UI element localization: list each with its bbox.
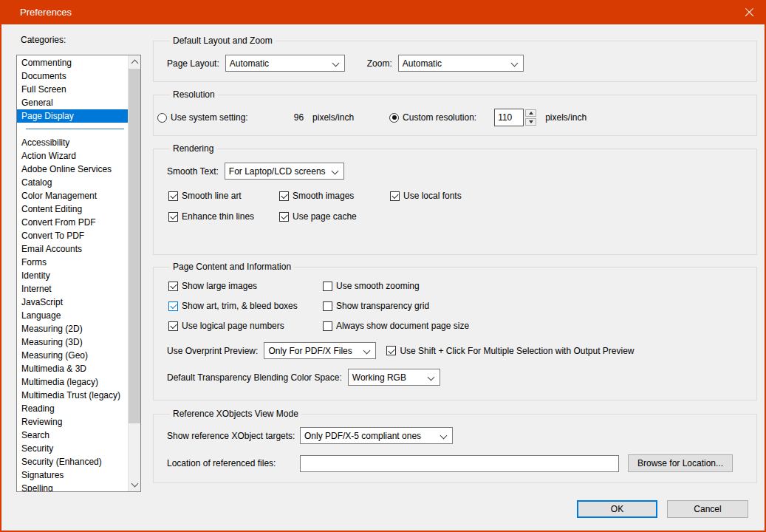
spinner-down-button[interactable] (525, 118, 536, 126)
sidebar-item-catalog[interactable]: Catalog (17, 176, 128, 189)
shift-click-multiple-selection-checkbox[interactable]: Use Shift + Click For Multiple Selection… (386, 346, 634, 356)
sidebar-item-general[interactable]: General (17, 96, 128, 109)
page-layout-select[interactable]: Automatic (225, 55, 345, 72)
sidebar-item-language[interactable]: Language (17, 309, 128, 322)
location-of-referenced-files-label: Location of referenced files: (167, 458, 300, 468)
checkbox-icon (168, 191, 178, 201)
scrollbar-thumb[interactable] (129, 69, 140, 423)
sidebar-item-email-accounts[interactable]: Email Accounts (17, 242, 128, 256)
sidebar-item-commenting[interactable]: Commenting (17, 56, 128, 69)
chevron-down-icon (440, 432, 448, 440)
sidebar-item-reading[interactable]: Reading (17, 402, 128, 415)
sidebar-item-action-wizard[interactable]: Action Wizard (17, 149, 128, 163)
custom-resolution-radio[interactable]: Custom resolution: (389, 112, 476, 123)
checkbox-icon (168, 301, 178, 311)
sidebar-item-page-display[interactable]: Page Display (17, 109, 128, 123)
enhance-thin-lines-checkbox[interactable]: Enhance thin lines (168, 211, 279, 222)
sidebar-item-reviewing[interactable]: Reviewing (17, 415, 128, 429)
blend-value: Working RGB (352, 372, 406, 383)
title-bar: Preferences (0, 0, 766, 24)
triangle-up-icon (529, 112, 533, 115)
use-local-fonts-checkbox[interactable]: Use local fonts (390, 191, 743, 201)
show-large-images-checkbox[interactable]: Show large images (168, 281, 323, 291)
smooth-text-select[interactable]: For Laptop/LCD screens (225, 163, 344, 180)
categories-list-items: CommentingDocumentsFull ScreenGeneralPag… (17, 56, 128, 492)
preferences-dialog: Preferences Categories: CommentingDocume… (0, 0, 766, 532)
chevron-down-icon (331, 168, 338, 175)
sidebar-item-adobe-online-services[interactable]: Adobe Online Services (17, 163, 128, 176)
system-resolution-value: 96 (294, 112, 304, 123)
show-art-trim-bleed-boxes-checkbox[interactable]: Show art, trim, & bleed boxes (168, 301, 323, 311)
sidebar-item-forms[interactable]: Forms (17, 256, 128, 269)
checkbox-label: Use page cache (293, 211, 357, 222)
ok-button[interactable]: OK (577, 500, 657, 518)
use-page-cache-checkbox[interactable]: Use page cache (279, 211, 390, 222)
chevron-down-icon (131, 480, 139, 488)
sidebar-item-content-editing[interactable]: Content Editing (17, 202, 128, 216)
section-title: Default Layout and Zoom (170, 35, 276, 46)
use-system-setting-radio[interactable]: Use system setting: (157, 112, 248, 123)
sidebar-item-measuring-2d[interactable]: Measuring (2D) (17, 322, 128, 335)
chevron-up-icon (131, 60, 139, 67)
scrollbar-up-button[interactable] (129, 55, 141, 68)
section-title: Reference XObjects View Mode (170, 409, 301, 419)
sidebar-item-accessibility[interactable]: Accessibility (17, 136, 128, 149)
system-resolution-unit: pixels/inch (312, 112, 354, 123)
checkbox-icon (390, 191, 400, 201)
categories-label: Categories: (21, 35, 66, 45)
smooth-text-value: For Laptop/LCD screens (229, 166, 326, 177)
smooth-line-art-checkbox[interactable]: Smooth line art (168, 191, 279, 201)
use-overprint-preview-label: Use Overprint Preview: (167, 346, 258, 356)
always-show-document-page-size-checkbox[interactable]: Always show document page size (323, 321, 743, 331)
xobject-targets-select[interactable]: Only PDF/X-5 compliant ones (300, 427, 453, 444)
use-logical-page-numbers-checkbox[interactable]: Use logical page numbers (168, 321, 323, 331)
blending-color-space-label: Default Transparency Blending Color Spac… (167, 372, 342, 383)
cancel-button[interactable]: Cancel (667, 500, 748, 518)
sidebar-item-security[interactable]: Security (17, 442, 128, 455)
sidebar-item-measuring-3d[interactable]: Measuring (3D) (17, 335, 128, 349)
close-button[interactable] (732, 0, 766, 24)
custom-resolution-label: Custom resolution: (403, 112, 476, 123)
scrollbar-down-button[interactable] (129, 479, 141, 491)
checkbox-label: Show art, trim, & bleed boxes (182, 301, 298, 311)
sidebar-item-multimedia-3d[interactable]: Multimedia & 3D (17, 362, 128, 375)
page-layout-label: Page Layout: (167, 58, 219, 69)
checkbox-label: Show large images (182, 281, 257, 291)
sidebar-item-full-screen[interactable]: Full Screen (17, 83, 128, 96)
sidebar-item-spelling[interactable]: Spelling (17, 482, 128, 492)
chevron-down-icon (363, 347, 371, 355)
checkbox-label: Always show document page size (336, 321, 469, 331)
sidebar-item-security-enhanced[interactable]: Security (Enhanced) (17, 455, 128, 468)
sidebar-item-search[interactable]: Search (17, 429, 128, 442)
sidebar-item-measuring-geo[interactable]: Measuring (Geo) (17, 349, 128, 362)
sidebar-item-identity[interactable]: Identity (17, 269, 128, 282)
checkbox-label: Use Shift + Click For Multiple Selection… (400, 346, 634, 356)
sidebar-item-multimedia-trust-legacy[interactable]: Multimedia Trust (legacy) (17, 389, 128, 402)
sidebar-item-convert-to-pdf[interactable]: Convert To PDF (17, 229, 128, 242)
sidebar-item-javascript[interactable]: JavaScript (17, 296, 128, 309)
sidebar-item-convert-from-pdf[interactable]: Convert From PDF (17, 216, 128, 229)
custom-resolution-input[interactable]: 110 (494, 109, 524, 126)
sidebar-item-color-management[interactable]: Color Management (17, 189, 128, 202)
blending-color-space-select[interactable]: Working RGB (348, 369, 440, 386)
sidebar-item-internet[interactable]: Internet (17, 282, 128, 296)
close-icon (745, 7, 754, 17)
checkbox-icon (323, 282, 332, 291)
show-transparency-grid-checkbox[interactable]: Show transparency grid (323, 301, 743, 311)
zoom-select[interactable]: Automatic (398, 55, 524, 72)
checkbox-icon (386, 346, 396, 355)
use-smooth-zooming-checkbox[interactable]: Use smooth zooming (323, 281, 743, 291)
location-of-referenced-files-input[interactable] (300, 455, 619, 472)
browse-for-location-button[interactable]: Browse for Location... (628, 454, 733, 472)
overprint-value: Only For PDF/X Files (268, 346, 352, 356)
sidebar-item-multimedia-legacy[interactable]: Multimedia (legacy) (17, 375, 128, 389)
sidebar-item-signatures[interactable]: Signatures (17, 468, 128, 482)
categories-scrollbar[interactable] (128, 55, 140, 491)
smooth-images-checkbox[interactable]: Smooth images (279, 191, 390, 201)
use-system-setting-label: Use system setting: (171, 112, 248, 123)
use-overprint-preview-select[interactable]: Only For PDF/X Files (264, 342, 376, 359)
checkbox-icon (279, 212, 289, 222)
zoom-label: Zoom: (367, 58, 392, 69)
sidebar-item-documents[interactable]: Documents (17, 69, 128, 83)
spinner-up-button[interactable] (525, 109, 536, 117)
